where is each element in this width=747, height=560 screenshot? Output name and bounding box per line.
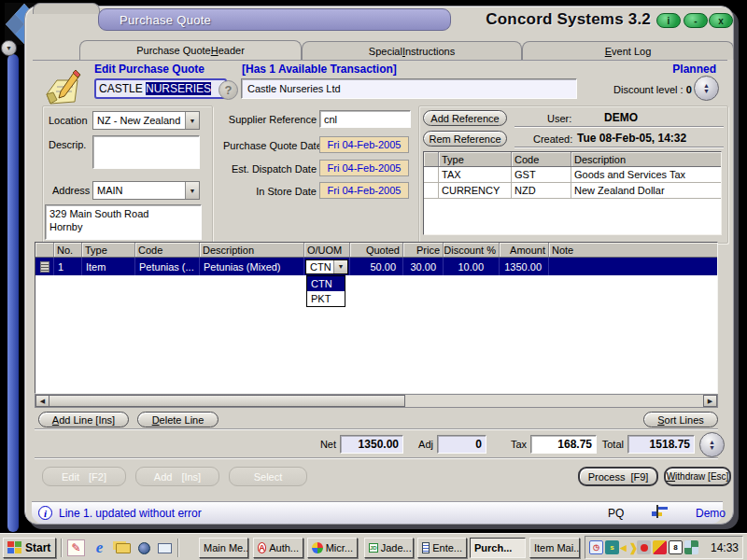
- user-label: User:: [547, 113, 571, 124]
- minimize-button[interactable]: -: [684, 13, 708, 28]
- supplier-code-input[interactable]: CASTLE NURSERIES: [94, 78, 227, 99]
- transaction-note: [Has 1 Available Transaction]: [242, 63, 397, 76]
- grid-horizontal-scrollbar[interactable]: ◀ ▶: [35, 394, 718, 408]
- reference-row[interactable]: CURRENCY NZD New Zealand Dollar: [424, 183, 721, 199]
- chevron-down-icon[interactable]: ▼: [185, 112, 199, 129]
- tray-ups-icon[interactable]: 8: [669, 540, 683, 554]
- quicklaunch-notes-icon[interactable]: ✎: [67, 539, 85, 556]
- add-reference-button[interactable]: Add Reference: [423, 110, 507, 126]
- references-header-row: Type Code Description: [424, 152, 721, 167]
- line-item-row[interactable]: 1 Item Petunias (... Petunias (Mixed) CT…: [35, 258, 717, 275]
- scrollbar-thumb[interactable]: [49, 395, 405, 407]
- task-auth[interactable]: AAuth...: [253, 538, 303, 558]
- instore-date-label: In Store Date: [223, 186, 317, 197]
- add-line-button[interactable]: Add Line [Ins]: [38, 412, 129, 427]
- total-field[interactable]: 1518.75: [627, 435, 695, 454]
- ouom-dropdown-list: CTN PKT: [306, 275, 345, 307]
- document-icon: [422, 542, 430, 553]
- address-select[interactable]: MAIN▼: [92, 181, 200, 200]
- tray-agent-icon[interactable]: [637, 540, 651, 554]
- task-enterprise[interactable]: Ente...: [417, 538, 467, 558]
- net-field[interactable]: 1350.00: [340, 435, 403, 454]
- descrip-input[interactable]: [92, 135, 200, 169]
- task-jade[interactable]: JDJade...: [364, 538, 414, 558]
- taskbar: Start ✎ e Main Me... AAuth... Micr... JD…: [0, 533, 747, 560]
- col-description: Description: [571, 152, 721, 166]
- start-button[interactable]: Start: [3, 538, 56, 558]
- quote-date-field[interactable]: Fri 04-Feb-2005: [319, 136, 409, 153]
- adj-field[interactable]: 0: [437, 435, 486, 454]
- sort-lines-button[interactable]: Sort Lines: [643, 412, 718, 427]
- supplier-name-input[interactable]: Castle Nurseries Ltd: [241, 78, 577, 99]
- left-rail: [7, 54, 19, 532]
- scroll-left-icon[interactable]: ◀: [35, 395, 49, 407]
- col-discount: Discount %: [444, 243, 500, 257]
- info-button[interactable]: i: [656, 13, 681, 28]
- totals-bar: Net 1350.00 Adj 0 Tax 168.75 Total 1518.…: [35, 429, 718, 458]
- discount-level-value: 0: [686, 84, 692, 95]
- desktop: ▼ Purchase Quote Concord Systems 3.2 i -…: [0, 0, 747, 560]
- quicklaunch-search-globe-icon[interactable]: [135, 539, 153, 556]
- col-type: Type: [82, 243, 135, 257]
- quicklaunch-mail-icon[interactable]: [156, 539, 174, 556]
- quicklaunch-internet-explorer-icon[interactable]: e: [91, 539, 108, 556]
- process-button[interactable]: Process[F9]: [578, 467, 658, 486]
- chevron-down-icon[interactable]: ▼: [333, 260, 347, 273]
- status-user: Demo: [696, 507, 726, 520]
- rem-reference-button[interactable]: Rem Reference: [423, 131, 507, 147]
- tab-special-instructions[interactable]: Special Instructions: [302, 41, 522, 60]
- tab-purchase-quote-header[interactable]: Purchase Quote Header: [79, 40, 302, 60]
- side-toggle-button[interactable]: ▼: [1, 40, 17, 56]
- supplier-ref-input[interactable]: cnl: [319, 110, 411, 128]
- task-item-maintenance[interactable]: Item Mai...: [529, 538, 580, 558]
- select-button[interactable]: Select: [229, 467, 307, 486]
- add-button[interactable]: Add[Ins]: [135, 467, 219, 486]
- ouom-combobox[interactable]: CTN▼: [305, 259, 348, 274]
- tray-display-icon[interactable]: [653, 540, 667, 554]
- descrip-label: Descrip.: [49, 139, 86, 150]
- ouom-option-ctn[interactable]: CTN: [307, 276, 345, 291]
- withdraw-button[interactable]: Withdraw [Esc]: [664, 467, 731, 486]
- col-description: Description: [200, 243, 304, 257]
- divider: [514, 126, 724, 128]
- divider: [514, 147, 724, 148]
- tray-volume-icon[interactable]: ◄❱: [621, 540, 635, 554]
- quicklaunch-folder-icon[interactable]: [114, 539, 132, 556]
- supplier-code-selected-text: NURSERIES: [146, 82, 211, 95]
- ouom-option-pkt[interactable]: PKT: [307, 291, 345, 306]
- task-microsoft[interactable]: Micr...: [307, 538, 358, 558]
- col-price: Price: [403, 243, 444, 257]
- windows-logo-icon: [7, 541, 22, 554]
- grid-header-row: No. Type Code Description O/UOM Quoted P…: [35, 243, 717, 258]
- chevron-down-icon[interactable]: ▼: [185, 182, 199, 199]
- location-select[interactable]: NZ - New Zealand▼: [92, 111, 200, 130]
- tray-network-icon[interactable]: [684, 540, 698, 554]
- scroll-right-icon[interactable]: ▶: [703, 395, 717, 407]
- edit-button[interactable]: Edit[F2]: [42, 467, 126, 486]
- jade-icon: JD: [369, 543, 378, 553]
- references-table: Type Code Description TAX GST Goods and …: [423, 151, 722, 235]
- totals-spinner[interactable]: ▲▼: [699, 432, 725, 457]
- reference-row[interactable]: TAX GST Goods and Services Tax: [424, 167, 721, 183]
- col-amount: Amount: [500, 243, 549, 257]
- instore-date-field[interactable]: Fri 04-Feb-2005: [319, 182, 409, 199]
- help-button[interactable]: ?: [218, 80, 238, 100]
- supplier-name-text: Castle Nurseries Ltd: [247, 83, 341, 94]
- tax-field[interactable]: 168.75: [530, 435, 597, 454]
- address-text[interactable]: 329 Main South Road Hornby: [45, 204, 202, 240]
- tab-event-log[interactable]: Event Log: [522, 41, 734, 60]
- window-title: Purchase Quote: [98, 8, 451, 31]
- task-purchase-quote[interactable]: Purch...: [470, 538, 526, 558]
- dispatch-date-field[interactable]: Fri 04-Feb-2005: [319, 160, 409, 176]
- address-value: MAIN: [93, 182, 185, 199]
- task-main-menu[interactable]: Main Me...: [199, 538, 248, 558]
- supplier-code-text: CASTLE: [99, 82, 143, 95]
- col-quoted: Quoted: [350, 243, 403, 257]
- col-note: Note: [549, 243, 717, 257]
- discount-spinner[interactable]: ▲▼: [694, 76, 719, 101]
- delete-line-button[interactable]: Delete Line: [137, 412, 218, 427]
- close-button[interactable]: x: [709, 13, 733, 28]
- col-no: No.: [54, 243, 82, 257]
- tray-scheduler-icon[interactable]: ◷: [589, 540, 603, 554]
- status-message: Line 1. updated without error: [59, 507, 202, 520]
